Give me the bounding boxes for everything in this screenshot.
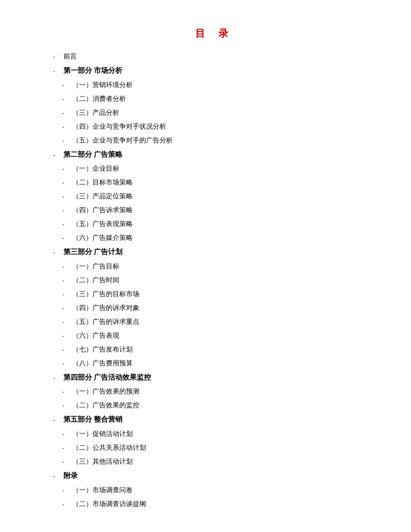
toc-item-part1-4: •（四）企业与竞争对手状况分析 <box>54 121 375 132</box>
bullet-icon: • <box>63 404 71 410</box>
bullet-icon: • <box>63 362 71 368</box>
toc-item-part3-2: •（二）广告时间 <box>54 275 375 285</box>
toc-item-text: （二）市场调查访谈提纲 <box>72 498 146 509</box>
toc-item-preface: •前言 <box>54 51 375 62</box>
toc-item-part5-2: •（二）公共关系活动计划 <box>54 442 375 453</box>
toc-item-text: （五）广告的诉求重点 <box>72 316 139 327</box>
bullet-icon: • <box>63 503 71 508</box>
toc-item-text: 第三部分 广告计划 <box>63 246 122 258</box>
toc-item-text: （四）企业与竞争对手状况分析 <box>72 121 166 132</box>
bullet-icon: • <box>63 334 71 340</box>
toc-item-appendix-1: •（一）市场调查问卷 <box>54 485 375 495</box>
bullet-icon: • <box>63 489 71 494</box>
toc-item-part1-5: •（五）企业与竞争对手的广告分析 <box>54 135 375 146</box>
toc-item-part2-6: •（六）广告媒介策略 <box>54 232 375 243</box>
bullet-icon: • <box>63 209 71 214</box>
toc-item-part4-1: •（一）广告效果的预测 <box>54 386 375 397</box>
bullet-icon: • <box>54 251 62 256</box>
toc-item-text: （六）广告表现 <box>72 330 119 341</box>
bullet-icon: • <box>63 293 71 298</box>
toc-item-text: （二）公共关系活动计划 <box>72 442 146 453</box>
bullet-icon: • <box>54 376 62 382</box>
toc-item-part3-5: •（五）广告的诉求重点 <box>54 316 375 327</box>
toc-item-part1-1: •（一）营销环境分析 <box>54 80 375 90</box>
toc-item-part5-1: •（一）促销活动计划 <box>54 428 375 439</box>
bullet-icon: • <box>54 55 62 61</box>
toc-item-part5-3: •（三）其他活动计划 <box>54 456 375 467</box>
toc-item-part3: •第三部分 广告计划 <box>54 246 375 258</box>
bullet-icon: • <box>63 348 71 354</box>
toc-item-part1-3: •（三）产品分析 <box>54 107 375 118</box>
page-title: 目 录 <box>54 27 375 40</box>
toc-item-text: （二）广告时间 <box>72 275 119 285</box>
bullet-icon: • <box>63 236 71 242</box>
toc-item-text: 第四部分 广告活动效果监控 <box>63 372 151 383</box>
bullet-icon: • <box>54 69 62 75</box>
toc-item-text: （三）产品分析 <box>72 107 119 118</box>
toc-item-text: 第五部分 整合营销 <box>63 414 122 425</box>
bullet-icon: • <box>63 222 71 228</box>
toc-item-text: （三）其他活动计划 <box>72 456 133 467</box>
toc-item-text: （五）广告表现策略 <box>72 218 133 229</box>
bullet-icon: • <box>63 139 71 145</box>
toc-item-part2-1: •（一）企业目标 <box>54 163 375 174</box>
toc-item-part5: •第五部分 整合营销 <box>54 414 375 425</box>
toc-item-text: （一）促销活动计划 <box>72 428 133 439</box>
bullet-icon: • <box>63 181 71 187</box>
bullet-icon: • <box>63 432 71 438</box>
bullet-icon: • <box>63 265 71 271</box>
bullet-icon: • <box>54 153 62 159</box>
toc-item-text: （一）广告目标 <box>72 261 119 272</box>
toc-item-text: （三）产品定位策略 <box>72 191 133 201</box>
toc-item-part3-7: •（七）广告发布计划 <box>54 344 375 355</box>
toc-item-part3-4: •（四）广告的诉求对象 <box>54 302 375 313</box>
toc-item-appendix-2: •（二）市场调查访谈提纲 <box>54 498 375 509</box>
bullet-icon: • <box>63 460 71 466</box>
toc-item-part4: •第四部分 广告活动效果监控 <box>54 372 375 383</box>
toc-item-text: （一）市场调查问卷 <box>72 485 133 495</box>
toc-item-text: （八）广告费用预算 <box>72 358 133 369</box>
toc-item-text: （四）广告的诉求对象 <box>72 302 139 313</box>
toc-item-part3-3: •（三）广告的目标市场 <box>54 289 375 299</box>
bullet-icon: • <box>63 320 71 326</box>
toc-item-text: （三）广告的目标市场 <box>72 289 139 299</box>
bullet-icon: • <box>63 84 71 89</box>
toc-item-part4-2: •（二）广告效果的监控 <box>54 400 375 411</box>
toc-item-appendix: •附录 <box>54 470 375 482</box>
toc-item-part2-5: •（五）广告表现策略 <box>54 218 375 229</box>
bullet-icon: • <box>63 111 71 117</box>
toc-item-text: 第一部分 市场分析 <box>63 65 122 76</box>
bullet-icon: • <box>63 195 71 201</box>
toc-item-part3-1: •（一）广告目标 <box>54 261 375 272</box>
bullet-icon: • <box>54 474 62 480</box>
bullet-icon: • <box>63 167 71 173</box>
toc-item-part1-2: •（二）消费者分析 <box>54 93 375 104</box>
toc-item-part2-2: •（二）目标市场策略 <box>54 177 375 188</box>
toc-item-part3-6: •（六）广告表现 <box>54 330 375 341</box>
bullet-icon: • <box>63 306 71 312</box>
toc-item-text: （二）目标市场策略 <box>72 177 133 188</box>
bullet-icon: • <box>54 418 62 424</box>
toc-item-text: （二）广告效果的监控 <box>72 400 139 411</box>
bullet-icon: • <box>63 390 71 396</box>
toc-item-text: （七）广告发布计划 <box>72 344 133 355</box>
toc-item-text: 前言 <box>63 51 77 62</box>
bullet-icon: • <box>63 97 71 103</box>
bullet-icon: • <box>63 446 71 452</box>
toc-item-part2: •第二部分 广告策略 <box>54 149 375 160</box>
toc-item-text: （一）营销环境分析 <box>72 80 133 90</box>
toc-item-part1: •第一部分 市场分析 <box>54 65 375 76</box>
toc-item-text: 第二部分 广告策略 <box>63 149 122 160</box>
toc-item-part3-8: •（八）广告费用预算 <box>54 358 375 369</box>
toc-item-part2-3: •（三）产品定位策略 <box>54 191 375 201</box>
toc-item-text: （五）企业与竞争对手的广告分析 <box>72 135 173 146</box>
toc-item-text: （一）企业目标 <box>72 163 119 174</box>
toc-list: •前言•第一部分 市场分析•（一）营销环境分析•（二）消费者分析•（三）产品分析… <box>54 51 375 509</box>
bullet-icon: • <box>63 279 71 285</box>
toc-item-text: （一）广告效果的预测 <box>72 386 139 397</box>
toc-item-text: （二）消费者分析 <box>72 93 126 104</box>
toc-item-text: 附录 <box>63 470 78 482</box>
toc-item-part2-4: •（四）广告诉求策略 <box>54 205 375 215</box>
toc-item-text: （六）广告媒介策略 <box>72 232 133 243</box>
toc-item-text: （四）广告诉求策略 <box>72 205 133 215</box>
